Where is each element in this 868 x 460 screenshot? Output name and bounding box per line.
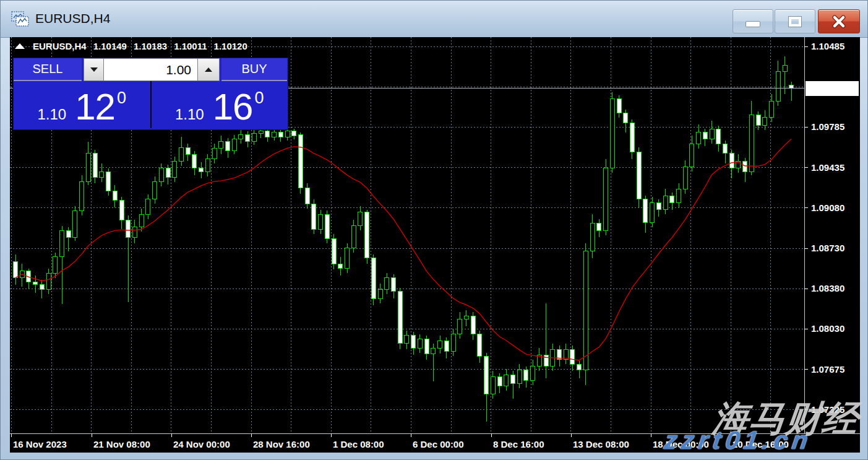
candle-body (756, 115, 760, 126)
candle-body (570, 349, 575, 364)
candle-body (113, 191, 117, 201)
candle-body (305, 188, 309, 204)
candle-body (590, 223, 595, 251)
candle-body (478, 334, 482, 356)
titlebar[interactable]: EURUSD,H4 (1, 1, 867, 38)
watermark-site: zzrt01.cn (663, 426, 814, 455)
candle-body (146, 199, 150, 214)
arrow-down-icon (90, 67, 98, 72)
candle-body (298, 135, 303, 188)
time-axis-label: 1 Dec 08:00 (333, 439, 384, 449)
window-title: EURUSD,H4 (35, 1, 110, 37)
collapse-panel-icon[interactable] (15, 43, 25, 49)
candle-body (650, 202, 655, 222)
candle-body (610, 99, 614, 168)
candle-body (46, 273, 51, 289)
price-axis-label: 1.07675 (811, 364, 844, 375)
candle-body (743, 161, 747, 171)
volume-increase-button[interactable] (197, 58, 220, 81)
candle-body (66, 230, 71, 237)
close-icon (830, 15, 848, 28)
candle-body (132, 227, 137, 238)
candle-body (677, 189, 681, 202)
time-axis-label: 8 Dec 16:00 (493, 439, 544, 449)
time-axis-label: 21 Nov 08:00 (93, 439, 150, 449)
sell-price-prefix: 1.10 (38, 106, 67, 123)
candle-body (418, 339, 422, 348)
arrow-up-icon (205, 67, 212, 72)
chart-ohlc-header: EURUSD,H4 1.10149 1.10183 1.10011 1.1012… (15, 41, 247, 51)
candle-body (749, 115, 754, 171)
candle-body (690, 144, 694, 167)
close-button[interactable] (818, 9, 860, 33)
candle-body (524, 370, 528, 381)
price-axis-label: 1.09080 (811, 202, 844, 213)
buy-price-prefix: 1.10 (175, 106, 204, 123)
candle-body (451, 334, 455, 352)
maximize-button[interactable] (775, 9, 815, 33)
candle-body (219, 142, 223, 149)
candle-body (723, 144, 728, 153)
header-low: 1.10011 (174, 41, 207, 51)
candle-body (53, 257, 58, 273)
candle-body (464, 316, 468, 319)
candle-body (33, 282, 38, 285)
candle-body (100, 171, 104, 177)
candle-body (776, 71, 780, 101)
minimize-button[interactable] (733, 9, 773, 33)
candle-body (338, 264, 343, 268)
sell-price-big: 12 (75, 90, 115, 124)
candle-body (212, 149, 217, 159)
price-axis-label: 1.09785 (811, 121, 844, 132)
buy-button[interactable]: BUY (221, 58, 287, 81)
candle-body (232, 139, 236, 151)
sell-price-display[interactable]: 1.10 12 0 (14, 81, 150, 128)
candle-body (126, 220, 131, 237)
candle-body (392, 278, 396, 292)
candle-body (458, 319, 462, 334)
sell-button[interactable]: SELL (14, 58, 82, 81)
candle-body (770, 101, 774, 117)
buy-price-display[interactable]: 1.10 16 0 (152, 81, 288, 128)
candle-body (497, 377, 502, 386)
candle-body (205, 159, 210, 171)
candle-body (14, 261, 18, 277)
header-high: 1.10183 (134, 41, 167, 51)
candle-body (292, 131, 296, 136)
candle-body (246, 135, 250, 142)
candle-body (325, 214, 329, 238)
candle-body (186, 147, 190, 154)
candle-body (783, 66, 787, 71)
chart-area[interactable]: 1.10120 1.104851.097851.094351.090801.08… (10, 37, 860, 453)
candle-body (319, 214, 323, 229)
candle-body (378, 289, 382, 298)
candle-body (511, 375, 515, 384)
candle-body (166, 168, 170, 178)
candle-body (199, 168, 204, 172)
candle-body (577, 364, 582, 370)
price-axis-label: 1.09435 (811, 162, 844, 173)
header-close: 1.10120 (214, 41, 247, 51)
header-symbol: EURUSD,H4 (33, 41, 87, 51)
candle-body (398, 292, 402, 344)
candle-body (252, 134, 256, 142)
candle-body (504, 375, 509, 386)
minimize-icon (746, 21, 760, 27)
maximize-icon (789, 17, 801, 27)
candle-body (531, 367, 535, 380)
candle-body (624, 113, 628, 123)
candle-body (119, 201, 124, 220)
buy-price-sup: 0 (254, 89, 264, 108)
candle-body (643, 199, 648, 222)
candle-body (371, 258, 376, 298)
candle-body (265, 131, 270, 137)
candle-body (239, 135, 243, 139)
candle-body (345, 248, 350, 269)
volume-input[interactable] (104, 58, 197, 81)
sell-price-sup: 0 (117, 89, 126, 108)
candle-body (365, 212, 369, 258)
candle-body (40, 285, 44, 289)
volume-decrease-button[interactable] (84, 58, 104, 81)
candle-body (93, 153, 97, 177)
candle-body (663, 196, 668, 209)
